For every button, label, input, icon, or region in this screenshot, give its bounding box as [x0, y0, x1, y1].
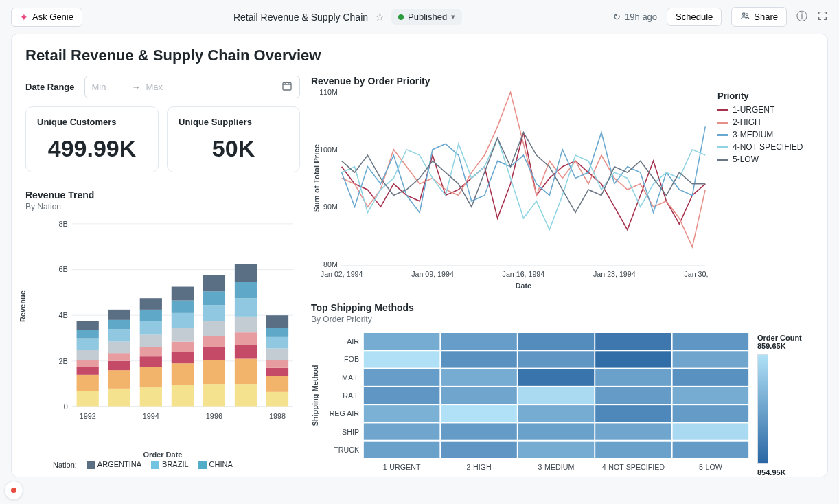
svg-rect-93	[441, 351, 517, 367]
svg-rect-100	[518, 369, 595, 386]
shipping-heatmap-svg: Shipping MethodAIRFOBMAILRAILREG AIRSHIP…	[311, 330, 752, 474]
legend-item: 1-URGENT	[717, 105, 814, 115]
schedule-button[interactable]: Schedule	[667, 8, 722, 26]
legend-min: 854.95K	[757, 468, 814, 477]
svg-rect-41	[172, 352, 194, 364]
svg-rect-58	[235, 345, 257, 359]
stat-card-customers: Unique Customers 499.99K	[25, 106, 159, 172]
chart-title: Revenue Trend	[25, 190, 300, 201]
svg-rect-110	[364, 405, 440, 422]
main-card: Retail Revenue & Supply Chain Overview D…	[11, 34, 828, 477]
chart-subtitle: By Order Priority	[311, 314, 814, 324]
share-button[interactable]: Share	[731, 7, 787, 27]
schedule-label: Schedule	[676, 12, 713, 22]
svg-text:2B: 2B	[58, 357, 67, 365]
svg-rect-37	[140, 298, 162, 310]
ask-genie-label: Ask Genie	[32, 12, 73, 22]
svg-rect-47	[203, 384, 225, 406]
svg-rect-69	[266, 337, 288, 349]
calendar-icon[interactable]	[281, 80, 292, 93]
svg-rect-71	[266, 315, 288, 328]
svg-text:Sum of Total Price: Sum of Total Price	[312, 144, 321, 212]
heatmap-legend: Order Count 859.65K 854.95K	[752, 330, 814, 477]
svg-rect-14	[77, 375, 99, 391]
svg-text:1-URGENT: 1-URGENT	[383, 463, 421, 471]
stat-label: Unique Customers	[37, 117, 147, 127]
svg-rect-31	[140, 367, 162, 387]
svg-rect-96	[673, 351, 749, 367]
header-tools: ↻ 19h ago Schedule Share ⓘ	[613, 7, 828, 27]
legend-title: Nation:	[53, 461, 77, 469]
svg-rect-101	[595, 369, 671, 386]
svg-rect-68	[266, 349, 288, 360]
svg-rect-39	[172, 385, 194, 407]
date-range-filter: Date Range →	[25, 76, 300, 98]
svg-rect-126	[673, 442, 749, 458]
svg-point-0	[743, 13, 746, 16]
svg-rect-60	[235, 317, 257, 332]
svg-text:4-NOT SPECIFIED: 4-NOT SPECIFIED	[602, 463, 665, 471]
svg-rect-28	[108, 320, 130, 329]
svg-rect-119	[595, 423, 671, 439]
stat-card-suppliers: Unique Suppliers 50K	[167, 106, 300, 172]
svg-text:4B: 4B	[58, 311, 67, 319]
svg-rect-33	[140, 347, 162, 356]
x-axis-label: Order Date	[25, 450, 300, 459]
svg-rect-25	[108, 353, 130, 361]
svg-rect-29	[108, 310, 130, 320]
dashboard-grid: Date Range → Unique Customers 499.99K Un…	[25, 76, 814, 477]
svg-rect-18	[77, 339, 99, 350]
svg-text:TRUCK: TRUCK	[334, 446, 360, 454]
svg-rect-36	[140, 310, 162, 321]
date-range-input[interactable]: →	[84, 76, 300, 98]
priority-legend: Priority 1-URGENT 2-HIGH 3-MEDIUM 4-NOT …	[711, 87, 814, 293]
svg-rect-34	[140, 335, 162, 347]
refresh-button[interactable]: ↻ 19h ago	[613, 12, 657, 22]
svg-text:90M: 90M	[323, 203, 338, 211]
svg-rect-99	[441, 369, 517, 386]
svg-text:3-MEDIUM: 3-MEDIUM	[538, 463, 575, 471]
right-column: Revenue by Order Priority 80M90M100M110M…	[311, 76, 814, 477]
svg-rect-118	[518, 423, 595, 439]
arrow-right-icon: →	[132, 82, 141, 92]
ask-genie-button[interactable]: ✦ Ask Genie	[11, 8, 82, 27]
fullscreen-icon[interactable]	[817, 10, 828, 24]
status-label: Published	[408, 12, 447, 22]
svg-rect-35	[140, 321, 162, 335]
svg-rect-120	[673, 423, 749, 439]
svg-rect-46	[172, 287, 194, 301]
legend-item: 5-LOW	[717, 154, 814, 164]
svg-rect-124	[518, 442, 595, 458]
y-axis-label: Revenue	[19, 290, 27, 322]
header-center: Retail Revenue & Supply Chain ☆ Publishe…	[91, 9, 605, 25]
svg-rect-2	[283, 82, 291, 90]
legend-item: CHINA	[198, 460, 233, 469]
publish-status-dropdown[interactable]: Published ▾	[391, 9, 462, 25]
svg-text:MAIL: MAIL	[342, 374, 359, 382]
svg-rect-43	[172, 328, 194, 342]
star-icon[interactable]: ☆	[375, 10, 384, 23]
svg-text:2-HIGH: 2-HIGH	[466, 463, 491, 471]
info-icon[interactable]: ⓘ	[796, 10, 807, 24]
svg-text:Jan 30, 1994: Jan 30, 1994	[684, 270, 711, 278]
legend-title: Priority	[717, 91, 814, 101]
svg-text:SHIP: SHIP	[342, 427, 359, 435]
svg-text:110M: 110M	[319, 88, 338, 96]
svg-rect-19	[77, 330, 99, 339]
chart-title: Revenue by Order Priority	[311, 76, 814, 87]
svg-text:Date: Date	[516, 281, 531, 289]
stat-label: Unique Suppliers	[179, 117, 288, 127]
svg-text:REG AIR: REG AIR	[330, 409, 360, 417]
svg-rect-30	[140, 387, 162, 406]
date-max-input[interactable]	[146, 82, 181, 92]
revenue-trend-chart: Revenue 02B4B6B8B1992199419961998	[25, 217, 300, 450]
revenue-priority-card: Revenue by Order Priority 80M90M100M110M…	[311, 76, 814, 293]
svg-rect-26	[108, 342, 130, 354]
svg-text:5-LOW: 5-LOW	[699, 463, 723, 471]
svg-rect-15	[77, 367, 99, 375]
svg-rect-117	[441, 423, 517, 439]
legend-item: 2-HIGH	[717, 117, 814, 127]
date-min-input[interactable]	[92, 82, 126, 92]
svg-rect-65	[266, 376, 288, 391]
chevron-down-icon: ▾	[451, 12, 455, 21]
